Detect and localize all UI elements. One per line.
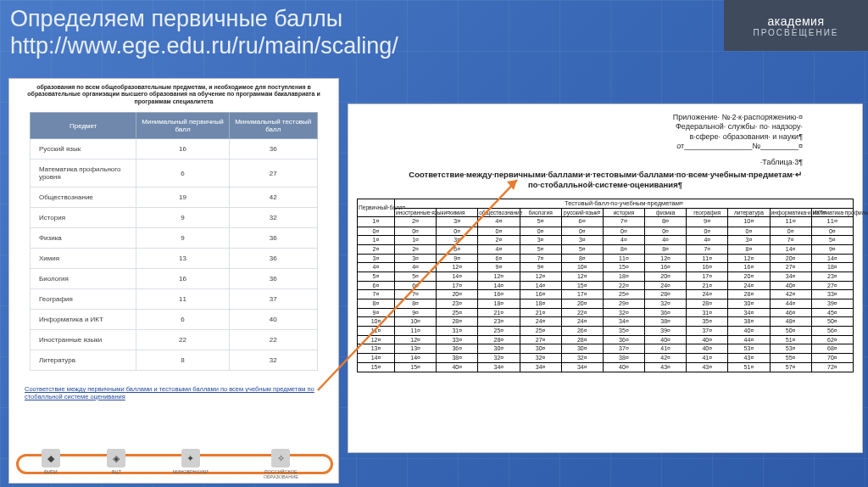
col-number: 9¤	[687, 217, 728, 227]
table-cell: 24¤	[520, 317, 561, 327]
table-cell: 28¤	[645, 290, 687, 299]
col-subject: история	[603, 209, 644, 217]
table-cell: 40¤	[437, 362, 478, 372]
table-cell: 9	[136, 208, 229, 228]
table-cell: 46¤	[770, 308, 811, 317]
table-cell: 5¤	[811, 236, 853, 245]
table-cell: 42¤	[770, 290, 811, 299]
table-cell: 3¤	[395, 254, 437, 263]
table-cell: 20¤	[770, 254, 811, 263]
table-cell: 23¤	[437, 299, 478, 309]
table-cell: 36	[229, 269, 317, 289]
table-cell: 8¤	[603, 244, 644, 254]
col-group-test-scores: Тестовый·балл·по·учебным·предметам¤	[395, 199, 854, 208]
table-cell: 31¤	[687, 308, 728, 317]
table-cell: 3¤	[561, 236, 603, 245]
table-cell: 30¤	[561, 344, 603, 354]
table-cell: 9¤	[437, 254, 478, 263]
table-cell: 7¤	[358, 290, 395, 299]
table-cell: 40¤	[687, 344, 728, 354]
table-cell: 38¤	[603, 354, 644, 363]
table-cell: 48¤	[770, 317, 811, 327]
col-subject: физика	[645, 209, 687, 217]
table-cell: История	[31, 208, 136, 228]
table-row: 0¤0¤0¤0¤0¤0¤0¤0¤0¤0¤0¤0¤	[358, 227, 854, 236]
table-cell: 4¤	[395, 263, 437, 272]
table-cell: 4¤	[358, 263, 395, 272]
table-row: 7¤7¤20¤16¤16¤17¤25¤28¤24¤28¤42¤33¤	[358, 290, 854, 299]
partner-logo: ◈ФЦТ	[107, 449, 125, 474]
table-label: ·Таблица·3¶	[357, 158, 854, 166]
table-cell: 16¤	[645, 263, 687, 272]
brand-line2: ПРОСВЕЩЕНИЕ	[753, 28, 838, 37]
table-cell: 22	[136, 330, 229, 350]
table-row: Информатика и ИКТ640	[31, 310, 318, 330]
table-cell: 16¤	[478, 290, 520, 299]
table-cell: 32¤	[603, 308, 644, 317]
table-cell: 18¤	[603, 271, 644, 281]
col-subject: иностранные·языки¤	[395, 209, 437, 217]
table-cell: 50¤	[811, 317, 853, 327]
appendix-line: в·сфере· образования· и науки¶	[357, 132, 803, 142]
partner-logo: ✦МИНОБРНАУКИ	[173, 449, 209, 474]
col-primary-score: Первичный·балл¤	[358, 199, 395, 217]
table-cell: 25¤	[437, 308, 478, 317]
table-row: Химия1336	[31, 249, 318, 269]
table-cell: 12¤	[358, 335, 395, 344]
table-cell: 39¤	[645, 327, 687, 336]
table-cell: 23¤	[811, 271, 853, 281]
table-cell: 9¤	[811, 244, 853, 254]
table-cell: 22	[229, 330, 317, 350]
logo-icon: ◈	[107, 449, 125, 467]
table-row: Литература832	[31, 350, 318, 371]
table-cell: 40¤	[603, 362, 644, 372]
table-cell: 32	[229, 350, 317, 371]
table-cell: 28¤	[728, 290, 770, 299]
table-cell: 35¤	[687, 317, 728, 327]
table-cell: 32¤	[561, 354, 603, 363]
table-cell: 29¤	[603, 299, 644, 309]
table-cell: 27¤	[770, 263, 811, 272]
table-cell: 12¤	[561, 271, 603, 281]
table-cell: 56¤	[811, 327, 853, 336]
table-cell: 14¤	[811, 254, 853, 263]
table-cell: 43¤	[645, 362, 687, 372]
table-cell: 34¤	[561, 362, 603, 372]
table-cell: 5¤	[395, 271, 437, 281]
left-doc-header-text: образования по всем общеобразовательным …	[9, 79, 338, 109]
conversion-link[interactable]: Соответствие между первичными баллами и …	[25, 386, 323, 400]
table-cell: 37	[229, 289, 317, 310]
table-cell: 36	[229, 139, 317, 160]
table-cell: 17¤	[687, 271, 728, 281]
table-cell: 16	[136, 139, 229, 160]
table-cell: Математика профильного уровня	[31, 160, 136, 188]
appendix-line: Приложение· №·2·к·распоряжению·¤	[357, 113, 803, 122]
table-cell: 17¤	[561, 290, 603, 299]
table-cell: 25¤	[478, 327, 520, 336]
table-row: История932	[31, 208, 318, 228]
table-cell: 24¤	[687, 290, 728, 299]
table-cell: 14¤	[358, 354, 395, 363]
table-cell: 7¤	[770, 236, 811, 245]
col-number: 3¤	[437, 217, 478, 227]
table-cell: 11¤	[358, 327, 395, 336]
table-cell: 11¤	[603, 254, 644, 263]
table-cell: 34¤	[478, 362, 520, 372]
table-cell: 5¤	[520, 244, 561, 254]
table-cell: 53¤	[728, 344, 770, 354]
table-cell: 41¤	[687, 354, 728, 363]
table-cell: 40¤	[687, 335, 728, 344]
logo-icon: ✦	[181, 449, 200, 467]
table-cell: 9¤	[520, 263, 561, 272]
table-cell: 11¤	[395, 327, 437, 336]
table-cell: 36¤	[645, 308, 687, 317]
table-cell: 32¤	[478, 354, 520, 363]
logo-label: ФИПИ	[44, 469, 58, 474]
partner-logo: ◆ФИПИ	[42, 449, 60, 474]
table-cell: 15¤	[561, 281, 603, 290]
table-cell: 0¤	[437, 227, 478, 236]
table-cell: 31¤	[437, 327, 478, 336]
table-cell: 26¤	[561, 327, 603, 336]
col-number: 2¤	[395, 217, 437, 227]
table-cell: 3¤	[520, 236, 561, 245]
